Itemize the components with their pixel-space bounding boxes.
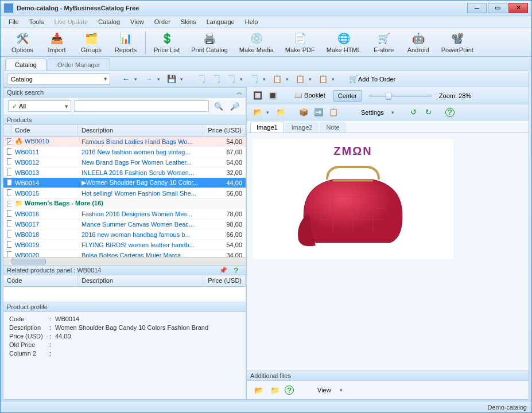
tool-icon-4[interactable]: 🗒️: [248, 73, 261, 85]
toolbar-reports-button[interactable]: 📊Reports: [108, 30, 143, 54]
tab-image2[interactable]: Image2: [285, 122, 319, 133]
col-desc[interactable]: Description: [78, 275, 203, 286]
clipboard-icon[interactable]: 📋: [327, 106, 340, 119]
zoom-slider[interactable]: [369, 95, 432, 97]
nav-forward-button[interactable]: →: [142, 73, 155, 85]
preview-tool-2-icon[interactable]: 🔳: [266, 89, 279, 102]
checkbox[interactable]: [7, 169, 11, 176]
add-to-order-icon[interactable]: 🛒 Add To Order: [347, 73, 398, 85]
menu-order[interactable]: Order: [150, 17, 175, 26]
menu-skins[interactable]: Skins: [176, 17, 201, 26]
toolbar-make-media-button[interactable]: 💿Make Media: [234, 30, 279, 54]
toolbar-options-button[interactable]: 🛠️Options: [5, 30, 40, 54]
checkbox[interactable]: [7, 210, 11, 217]
box-icon[interactable]: 📦: [297, 106, 310, 119]
product-row[interactable]: WB0019FLYING BIRDS! women leather handb.…: [3, 240, 246, 250]
open-folder-icon[interactable]: 📂: [251, 106, 264, 119]
rotate-ccw-icon[interactable]: ↺: [407, 106, 420, 119]
preview-tool-1-icon[interactable]: 🔲: [251, 89, 264, 102]
af-folder-2-icon[interactable]: 📁: [269, 384, 281, 396]
settings-button[interactable]: Settings: [356, 107, 389, 118]
checkbox[interactable]: [7, 138, 11, 145]
col-code[interactable]: Code: [11, 125, 78, 136]
product-row[interactable]: WB00182016 new woman handbag famous b...…: [3, 229, 246, 240]
toolbar-print-catalog-button[interactable]: 🖨️Print Catalog: [185, 30, 234, 54]
tool-icon-5[interactable]: 📋: [271, 73, 284, 85]
products-grid[interactable]: 🔥 WB0010Famous Brand Ladies Hand Bags Wo…: [3, 137, 246, 257]
tool-icon-2[interactable]: 🗒️: [210, 73, 223, 85]
menu-help[interactable]: Help: [240, 17, 263, 26]
toolbar-make-html-button[interactable]: 🌐Make HTML: [321, 30, 367, 54]
quick-search-filter-combo[interactable]: ✓ All: [8, 100, 71, 112]
folder-2-icon[interactable]: 📁: [274, 106, 287, 119]
col-price[interactable]: Price (USD): [203, 275, 246, 286]
toolbar-make-pdf-button[interactable]: 📄Make PDF: [279, 30, 321, 54]
menu-language[interactable]: Language: [202, 17, 239, 26]
arrow-icon[interactable]: ➡️: [312, 106, 325, 119]
checkbox[interactable]: [7, 179, 11, 186]
tab-order-manager[interactable]: Order Manager: [48, 59, 110, 71]
col-desc[interactable]: Description: [78, 125, 203, 136]
search-action-2-icon[interactable]: 🔎: [228, 100, 241, 112]
minimize-button[interactable]: ─: [467, 3, 487, 13]
quick-search-input[interactable]: [75, 100, 209, 112]
price-list-icon: 💲: [160, 31, 174, 46]
preview-toolbar-2: 📂▾ 📁 📦 ➡️ 📋 Settings▾ ↺ ↻ ?: [247, 104, 529, 120]
menu-tools[interactable]: Tools: [25, 17, 49, 26]
right-pane: 🔲 🔳 📖 Booklet Center Zoom: 28% 📂▾ 📁 📦 ➡️…: [247, 87, 529, 399]
product-row[interactable]: WB0013INLEELA 2016 Fashion Scrub Women..…: [3, 167, 246, 178]
product-row[interactable]: WB0012New Brand Bags For Women Leather..…: [3, 157, 246, 167]
horizontal-scrollbar[interactable]: [3, 257, 246, 265]
toolbar-android-button[interactable]: 🤖Android: [401, 30, 436, 54]
tool-icon-6[interactable]: 📋: [294, 73, 306, 85]
tool-icon-1[interactable]: 🗒️: [195, 73, 208, 85]
catalog-combo[interactable]: Catalog: [7, 73, 110, 85]
product-row[interactable]: 🔥 WB0010Famous Brand Ladies Hand Bags Wo…: [3, 137, 246, 147]
product-row[interactable]: WB0017Mance Summer Canvas Women Beac...9…: [3, 219, 246, 229]
toolbar-import-button[interactable]: 📥Import: [40, 30, 74, 54]
tab-note[interactable]: Note: [320, 122, 345, 133]
toolbar-groups-button[interactable]: 🗂️Groups: [74, 30, 108, 54]
af-folder-1-icon[interactable]: 📂: [253, 384, 265, 396]
col-code[interactable]: Code: [3, 275, 78, 286]
toolbar-e-store-button[interactable]: 🛒E-store: [367, 30, 401, 54]
product-row[interactable]: WB0016Fashion 2016 Designers Women Mes..…: [3, 209, 246, 219]
group-row[interactable]: −📁 Women's Bags - More (16): [3, 198, 246, 209]
search-action-1-icon[interactable]: 🔍: [212, 100, 225, 112]
view-button[interactable]: View: [312, 384, 336, 396]
menu-catalog[interactable]: Catalog: [94, 17, 125, 26]
save-button[interactable]: 💾: [165, 73, 178, 85]
pin-icon[interactable]: 📌: [217, 264, 230, 276]
tool-icon-3[interactable]: 🗒️: [225, 73, 238, 85]
rotate-cw-icon[interactable]: ↻: [422, 106, 435, 119]
toolbar-price-list-button[interactable]: 💲Price List: [148, 30, 185, 54]
maximize-button[interactable]: ▭: [488, 3, 507, 13]
checkbox[interactable]: [7, 231, 11, 237]
product-row[interactable]: WB0015Hot selling! Women Fashion Small S…: [3, 188, 246, 198]
center-button[interactable]: Center: [333, 90, 362, 102]
checkbox[interactable]: [7, 251, 11, 258]
close-button[interactable]: ✕: [508, 3, 528, 13]
collapse-icon[interactable]: ︽: [236, 88, 242, 96]
help-icon[interactable]: ?: [230, 264, 242, 276]
nav-back-button[interactable]: ←: [119, 73, 132, 85]
product-row[interactable]: WB00112016 New fashion women bag vintag.…: [3, 147, 246, 157]
toolbar-powerpoint-button[interactable]: 📽️PowerPoint: [436, 30, 479, 54]
preview-toolbar: 🔲 🔳 📖 Booklet Center Zoom: 28%: [247, 87, 529, 104]
tab-image1[interactable]: Image1: [250, 122, 284, 133]
checkbox[interactable]: [7, 220, 11, 227]
booklet-button[interactable]: 📖 Booklet: [289, 89, 331, 102]
help-icon[interactable]: ?: [285, 385, 294, 395]
tab-catalog[interactable]: Catalog: [5, 59, 46, 71]
checkbox[interactable]: [7, 189, 11, 196]
menu-file[interactable]: File: [4, 17, 24, 26]
col-price[interactable]: Price (USD): [203, 125, 246, 136]
tool-icon-7[interactable]: 📋: [317, 73, 329, 85]
product-row[interactable]: WB0020Bolsa Bolsos Carteras Mujer Marca …: [3, 250, 246, 257]
menu-view[interactable]: View: [126, 17, 149, 26]
product-row[interactable]: WB0014▶Women Shoulder Bag Candy 10 Color…: [3, 178, 246, 188]
checkbox[interactable]: [7, 241, 11, 248]
help-icon[interactable]: ?: [445, 108, 455, 117]
checkbox[interactable]: [7, 148, 11, 155]
checkbox[interactable]: [7, 158, 11, 165]
